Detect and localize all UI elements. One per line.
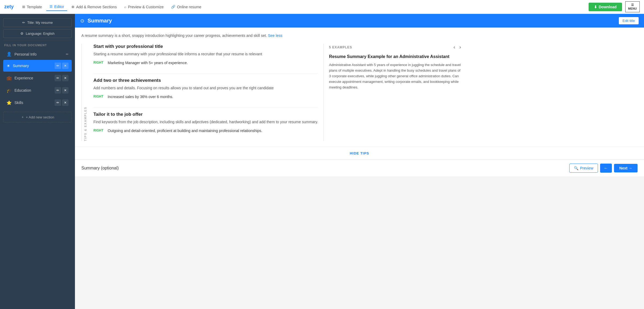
examples-sidebar: 5 EXAMPLES ‹ › Resume Summary Example fo… bbox=[323, 44, 463, 141]
personal-info-label: Personal Info bbox=[14, 52, 63, 56]
remove-experience-button[interactable]: ✕ bbox=[62, 75, 69, 81]
nav-online-resume-label: Online resume bbox=[177, 5, 201, 9]
examples-nav: ‹ › bbox=[452, 44, 463, 51]
edit-title-label: Edit title bbox=[623, 19, 635, 23]
tip-3-title: Tailor it to the job offer bbox=[93, 112, 318, 117]
edit-summary-button[interactable]: ✏ bbox=[55, 63, 61, 69]
tip-3-badge: RIGHT bbox=[93, 128, 103, 132]
optional-label: Summary (optional) bbox=[81, 166, 119, 171]
nav-template[interactable]: ⊞ Template bbox=[19, 3, 45, 11]
title-label: Title: My resume bbox=[27, 21, 53, 25]
top-nav: zety ⊞ Template ☰ Editor ⊕ Add & Remove … bbox=[0, 0, 644, 14]
tip-2-desc: Add numbers and details. Focusing on res… bbox=[93, 85, 318, 91]
skills-label: Skills bbox=[14, 101, 52, 105]
download-button[interactable]: ⬇ Download bbox=[589, 3, 622, 11]
summary-actions: ✏ ✕ bbox=[55, 63, 69, 69]
examples-prev-button[interactable]: ‹ bbox=[452, 44, 457, 51]
edit-experience-button[interactable]: ✏ bbox=[55, 75, 61, 81]
tip-1-badge: RIGHT bbox=[93, 60, 103, 64]
preview-search-icon: 🔍 bbox=[574, 166, 578, 170]
tip-1-title: Start with your professional title bbox=[93, 44, 318, 49]
summary-label: Summary bbox=[13, 64, 52, 68]
add-section-button[interactable]: ＋ + Add new section bbox=[3, 112, 72, 122]
edit-title-button[interactable]: Edit title bbox=[619, 17, 639, 24]
hide-tips-link[interactable]: HIDE TIPS bbox=[350, 151, 369, 155]
education-icon: 🎓 bbox=[6, 88, 12, 93]
tip-2-example-text: Increased sales by 36% over 6 months. bbox=[108, 94, 173, 100]
section-header-icon: ⊙ bbox=[80, 18, 84, 24]
section-header-title: Summary bbox=[88, 18, 616, 24]
next-button[interactable]: Next → bbox=[614, 164, 638, 172]
download-icon: ⬇ bbox=[594, 5, 597, 9]
tip-tailor: Tailor it to the job offer Find keywords… bbox=[93, 112, 318, 134]
summary-icon: ☀ bbox=[6, 63, 10, 68]
edit-skills-button[interactable]: ✏ bbox=[55, 99, 61, 106]
nav-editor-label: Editor bbox=[54, 5, 64, 9]
examples-next-button[interactable]: › bbox=[458, 44, 463, 51]
preview-button[interactable]: 🔍 Preview bbox=[569, 164, 598, 173]
section-description: A resume summary is a short, snappy intr… bbox=[81, 33, 638, 38]
sidebar-item-education[interactable]: 🎓 Education ✏ ✕ bbox=[3, 84, 72, 96]
tip-3-example: RIGHT Outgoing and detail-oriented, prof… bbox=[93, 128, 318, 134]
nav-right: ⬇ Download ☰ MENU bbox=[589, 1, 640, 12]
menu-button[interactable]: ☰ MENU bbox=[625, 1, 640, 12]
nav-online-resume[interactable]: 🔗 Online resume bbox=[168, 3, 204, 11]
tip-professional-title: Start with your professional title Start… bbox=[93, 44, 318, 66]
layout: ✏ Title: My resume ⚙ Language: English F… bbox=[0, 14, 644, 309]
description-text: A resume summary is a short, snappy intr… bbox=[81, 33, 267, 38]
template-icon: ⊞ bbox=[22, 5, 25, 9]
nav-preview-customize[interactable]: ⌕ Preview & Customize bbox=[121, 3, 167, 11]
back-button[interactable]: ← bbox=[600, 164, 612, 173]
logo: zety bbox=[4, 4, 14, 10]
tip-1-example: RIGHT Marketing Manager with 5+ years of… bbox=[93, 60, 318, 66]
main-content: ⊙ Summary Edit title A resume summary is… bbox=[75, 14, 644, 309]
tips-rotated-label: TIPS & EXAMPLES bbox=[81, 44, 89, 141]
education-actions: ✏ ✕ bbox=[55, 87, 69, 94]
sidebar: ✏ Title: My resume ⚙ Language: English F… bbox=[0, 14, 75, 309]
title-button[interactable]: ✏ Title: My resume bbox=[3, 18, 72, 27]
example-body: Administrative Assistant with 5 years of… bbox=[329, 62, 463, 90]
remove-summary-button[interactable]: ✕ bbox=[62, 63, 69, 69]
divider-2 bbox=[93, 107, 318, 107]
add-remove-icon: ⊕ bbox=[71, 5, 74, 9]
hide-tips-bar: HIDE TIPS bbox=[75, 146, 644, 160]
nav-items: ⊞ Template ☰ Editor ⊕ Add & Remove Secti… bbox=[19, 3, 589, 11]
nav-add-remove[interactable]: ⊕ Add & Remove Sections bbox=[68, 3, 120, 11]
language-button[interactable]: ⚙ Language: English bbox=[3, 29, 72, 38]
nav-preview-customize-label: Preview & Customize bbox=[128, 5, 164, 9]
tip-2-example: RIGHT Increased sales by 36% over 6 mont… bbox=[93, 94, 318, 100]
remove-skills-button[interactable]: ✕ bbox=[62, 99, 69, 106]
sidebar-item-personal-info[interactable]: 👤 Personal Info ✏ bbox=[3, 49, 72, 59]
skills-actions: ✏ ✕ bbox=[55, 99, 69, 106]
editor-icon: ☰ bbox=[50, 5, 53, 9]
sidebar-item-experience[interactable]: 💼 Experience ✏ ✕ bbox=[3, 72, 72, 84]
tip-3-desc: Find keywords from the job description, … bbox=[93, 119, 318, 125]
experience-label: Experience bbox=[14, 76, 52, 80]
next-label: Next → bbox=[619, 166, 632, 170]
sidebar-item-skills[interactable]: ⭐ Skills ✏ ✕ bbox=[3, 97, 72, 109]
language-label: Language: English bbox=[26, 32, 55, 36]
pencil-icon: ✏ bbox=[22, 21, 25, 25]
tip-2-title: Add two or three achievements bbox=[93, 78, 318, 83]
tip-1-desc: Starting a resume summary with your prof… bbox=[93, 51, 318, 57]
bottom-actions: 🔍 Preview ← Next → bbox=[569, 164, 638, 173]
bottom-bar: Summary (optional) 🔍 Preview ← Next → bbox=[75, 160, 644, 176]
nav-template-label: Template bbox=[27, 5, 42, 9]
remove-education-button[interactable]: ✕ bbox=[62, 87, 69, 94]
tip-3-example-text: Outgoing and detail-oriented, proficient… bbox=[108, 128, 262, 134]
section-header: ⊙ Summary Edit title bbox=[75, 14, 644, 28]
example-title: Resume Summary Example for an Administra… bbox=[329, 54, 463, 60]
fill-label: FILL IN YOUR DOCUMENT bbox=[3, 40, 72, 49]
tip-1-example-text: Marketing Manager with 5+ years of exper… bbox=[108, 60, 188, 66]
menu-label: MENU bbox=[628, 7, 637, 10]
online-resume-icon: 🔗 bbox=[171, 5, 175, 9]
experience-icon: 💼 bbox=[6, 76, 12, 81]
edit-education-button[interactable]: ✏ bbox=[55, 87, 61, 94]
plus-icon: ＋ bbox=[21, 115, 24, 119]
sidebar-item-summary[interactable]: ☀ Summary ✏ ✕ bbox=[3, 60, 72, 72]
nav-editor[interactable]: ☰ Editor bbox=[46, 3, 67, 11]
examples-count-label: 5 EXAMPLES bbox=[329, 45, 352, 49]
tips-layout: Start with your professional title Start… bbox=[93, 44, 463, 141]
tips-rotated-container: TIPS & EXAMPLES Start with your professi… bbox=[81, 44, 638, 141]
see-less-link[interactable]: See less bbox=[268, 33, 282, 38]
